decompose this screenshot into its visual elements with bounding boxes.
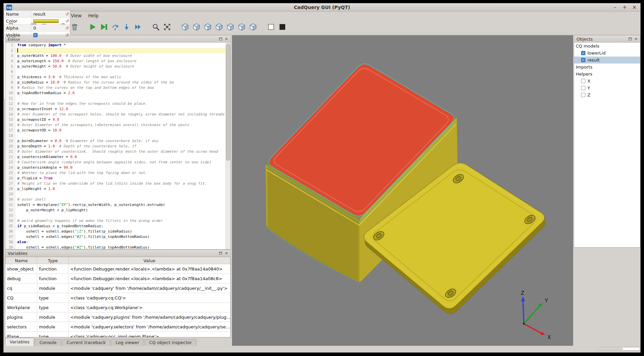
code-line[interactable]: 22p_countersinkDiameter = 0.0 <box>5 154 225 160</box>
editor-scrollbar[interactable] <box>225 43 230 249</box>
code-line[interactable]: 20p_boreDepth = 1.0··# Depth of the coun… <box>5 144 225 149</box>
property-row-alpha[interactable]: Alpha0↺ <box>4 25 70 32</box>
view-iso-button[interactable] <box>180 22 190 32</box>
table-row[interactable]: Workplanetype<class 'cadquery.cq.Workpla… <box>5 303 230 312</box>
code-line[interactable]: 28p_lipHeight = 1.0 <box>5 186 225 192</box>
code-line[interactable]: 9# Radius for the curves on the top and … <box>5 85 225 90</box>
close-panel-button[interactable]: × <box>224 37 229 42</box>
view-bottom-button[interactable] <box>248 22 258 32</box>
revert-icon[interactable]: ↺ <box>65 26 70 31</box>
step-into-button[interactable] <box>122 22 132 32</box>
shaded-button[interactable] <box>277 22 287 32</box>
code-line[interactable]: 1from cadquery import * <box>5 43 225 48</box>
code-line[interactable]: 23# Countersink angle (complete angle be… <box>5 160 225 165</box>
code-editor[interactable]: 1from cadquery import *23p_outerWidth = … <box>5 43 231 250</box>
code-line[interactable]: 38else: <box>5 240 225 245</box>
scrollbar-thumb[interactable] <box>226 44 230 161</box>
view-right-button[interactable] <box>225 22 235 32</box>
revert-icon[interactable]: ↺ <box>65 12 70 17</box>
property-row-visible[interactable]: Visible✓↺ <box>4 32 70 39</box>
run-button[interactable] <box>88 22 98 32</box>
code-line[interactable]: 33 <box>5 213 225 218</box>
column-header-name[interactable]: Name <box>5 257 37 264</box>
tree-item-x[interactable]: X <box>574 78 640 85</box>
table-row[interactable]: CQtype<class 'cadquery.cq.CQ'> <box>5 293 230 303</box>
checkbox[interactable]: ✓ <box>581 51 585 55</box>
tab-variables[interactable]: Variables <box>5 338 34 346</box>
view-front-button[interactable] <box>191 22 201 32</box>
table-row[interactable]: selectorsmodule<module 'cadquery.selecto… <box>5 322 230 332</box>
tab-console[interactable]: Console <box>35 339 61 346</box>
checkbox[interactable] <box>581 93 585 97</box>
code-line[interactable]: 26p_flipLid = True <box>5 176 225 181</box>
code-line[interactable]: 36 oshell = oshell.edges("|Z").fillet(p_… <box>5 229 225 234</box>
revert-icon[interactable]: ↺ <box>65 33 70 38</box>
float-panel-button[interactable] <box>218 37 223 42</box>
checkbox[interactable] <box>581 86 585 90</box>
tree-item-y[interactable]: Y <box>574 85 640 91</box>
code-line[interactable]: 27# Height of lip on the underside of th… <box>5 181 225 186</box>
table-row[interactable]: debugfunction<function Debugger.render.<… <box>5 274 230 283</box>
view-left-button[interactable] <box>214 22 224 32</box>
code-line[interactable]: 5p_outerHeight = 50.0··# Outer height of… <box>5 64 225 69</box>
fit-view-button[interactable] <box>162 22 172 32</box>
close-button[interactable]: × <box>632 5 637 10</box>
code-line[interactable]: 31oshell = Workplane("XY").rect(p_outerW… <box>5 202 225 208</box>
code-line[interactable]: 21# Outer diameter of countersink. Shoul… <box>5 149 225 154</box>
debug-button[interactable] <box>99 22 109 32</box>
table-row[interactable]: pluginsmodule<module 'cadquery.plugins' … <box>5 312 230 322</box>
view-top-button[interactable] <box>237 22 247 32</box>
code-line[interactable]: 6 <box>5 69 225 75</box>
code-line[interactable]: 37 oshell = oshell.edges("#Z").fillet(p_… <box>5 234 225 240</box>
menu-item-help[interactable]: Help <box>85 12 102 19</box>
objects-panel-header[interactable]: Objects × <box>574 35 640 43</box>
code-line[interactable]: 13p_screwpostInset = 12.0 <box>5 106 225 112</box>
code-line[interactable]: 32 p_outerHeight + p_lipHeight) <box>5 208 225 213</box>
code-line[interactable]: 10p_topAndBottomRadius = 2.0 <box>5 90 225 96</box>
step-over-button[interactable] <box>110 22 120 32</box>
column-header-value[interactable]: Value <box>69 257 230 264</box>
table-row[interactable]: show_objectfunction<function Debugger.re… <box>5 264 230 274</box>
revert-icon[interactable]: ↺ <box>65 19 70 24</box>
code-line[interactable]: 30# outer shell <box>5 197 225 202</box>
column-header-type[interactable]: Type <box>37 257 69 264</box>
tab-log-viewer[interactable]: Log viewer <box>111 339 144 346</box>
float-panel-button[interactable] <box>218 251 223 256</box>
tree-group-helpers[interactable]: Helpers <box>574 71 640 78</box>
code-line[interactable]: 8p_sideRadius = 10.0··# Radius for the c… <box>5 80 225 85</box>
code-line[interactable]: 39 oshell = oshell.edges("#Z").fillet(p_… <box>5 245 225 249</box>
scrollbar-thumb[interactable] <box>597 348 623 350</box>
code-line[interactable]: 34# weird geometry happens if we make th… <box>5 218 225 224</box>
tree-group-cq-models[interactable]: CQ models <box>574 43 640 50</box>
code-line[interactable]: 29 <box>5 192 225 197</box>
horizontal-scrollbar[interactable] <box>596 347 640 351</box>
close-panel-button[interactable]: × <box>633 37 639 42</box>
tree-item-z[interactable]: Z <box>574 91 640 98</box>
code-line[interactable]: 4p_outerLength = 150.0··# Outer length o… <box>5 59 225 64</box>
wireframe-button[interactable] <box>266 22 276 32</box>
continue-button[interactable] <box>133 22 143 32</box>
code-line[interactable]: 24p_countersinkAngle = 90.0 <box>5 165 225 170</box>
minimize-button[interactable]: – <box>612 5 618 10</box>
checkbox[interactable] <box>581 79 585 83</box>
tab-cq-object-inspector[interactable]: CQ object inspector <box>145 339 196 346</box>
code-line[interactable]: 2 <box>5 48 225 53</box>
float-panel-button[interactable] <box>627 37 633 42</box>
property-row-color[interactable]: Color↺ <box>4 18 70 25</box>
code-line[interactable]: 35if p_sideRadius > p_topAndBottomRadius… <box>5 224 225 229</box>
variables-panel-header[interactable]: Variables × <box>5 250 231 257</box>
titlebar[interactable]: cq CadQuery GUI (PyQT) – + × <box>4 3 640 12</box>
code-line[interactable]: 11 <box>5 96 225 101</box>
code-line[interactable]: 18 <box>5 133 225 138</box>
code-line[interactable]: 12# How far in from the edges the screwp… <box>5 101 225 106</box>
code-line[interactable]: 17p_screwpostOD = 10.0 <box>5 128 225 133</box>
view-back-button[interactable] <box>203 22 213 32</box>
color-swatch[interactable] <box>33 19 59 23</box>
viewport-3d[interactable]: X Y Z <box>232 35 573 346</box>
code-line[interactable]: 16# Outer Diameter of the screwposts.\nD… <box>5 122 225 128</box>
table-row[interactable]: cqmodule<module 'cadquery' from '/home/a… <box>5 283 230 293</box>
zoom-button[interactable] <box>151 22 161 32</box>
table-row[interactable]: Planetype<class 'cadquery.occ_impl.geom.… <box>5 332 230 337</box>
code-line[interactable]: 7p_thickness = 3.0··# Thickness of the b… <box>5 75 225 80</box>
code-line[interactable]: 3p_outerWidth = 100.0··# Outer width of … <box>5 53 225 59</box>
